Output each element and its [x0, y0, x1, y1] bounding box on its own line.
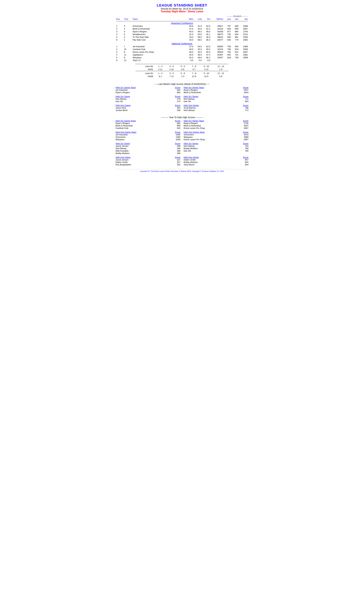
score-value: 965 [177, 122, 180, 124]
score-row: Ryan's Ringers2557 [184, 89, 248, 91]
ytd-title: ---------- Year To Date High Scores ----… [116, 116, 248, 119]
score-row: Waupaca2989 [184, 136, 248, 138]
lane-value: 1 - 2 [155, 72, 166, 75]
score-value: 919 [177, 127, 180, 129]
score-col-title: High Scr SeriesScore [184, 142, 248, 145]
col-ser: Ser [239, 18, 248, 21]
right-score-col: High Hcp SeriesScoreDalton Smith857Bobby… [184, 156, 248, 166]
score-row: Dan Ott693 [184, 100, 248, 102]
score-col-title: High Hcp SeriesScore [184, 104, 248, 107]
table-row: 411Applejack's43.048.047.325467653731208… [116, 53, 248, 56]
score-col-title: High Hcp GameScore [116, 156, 180, 159]
score-value: 324 [177, 163, 180, 166]
score-value: 693 [245, 100, 248, 102]
score-name: Jacob Jensen [116, 159, 129, 161]
lane-value: 12 9 [188, 75, 200, 78]
score-name: Schooners [184, 133, 194, 136]
score-row: Ryan's Ringers965 [116, 122, 180, 124]
score-row: Dan Ott270 [116, 100, 180, 102]
score-row: Jacob Jensen299 [116, 145, 180, 147]
score-name: Dome Lanes Pro Shop [184, 138, 205, 141]
score-value: 270 [177, 100, 180, 102]
lane-value: 3 - 4 [166, 72, 177, 75]
score-row: Ryan's Ringers900 [116, 91, 180, 94]
lane-value: 10 5 [200, 75, 213, 78]
score-value: 1060 [176, 138, 180, 141]
score-value: 299 [177, 147, 180, 150]
score-col-title: High Scr Game-TeamScore [116, 86, 180, 89]
score-name: Waupaca [184, 136, 192, 138]
score-name: Schooners [116, 136, 126, 138]
score-row: Dan Ott765 [184, 150, 248, 152]
table-row: 34Ryan's Ringers45.046.049.5342088779652… [116, 30, 248, 33]
right-score-col: High Scr SeriesScoreNick Belsey772Dan Ot… [184, 95, 248, 102]
league-name: Tuesday Night Mens - Dome Lanes [116, 10, 248, 13]
score-col-title: High Hcp GameScore [116, 104, 180, 107]
right-score-col: High Scr Series-TeamScoreRyan's Ringers2… [184, 120, 248, 129]
score-value: 1065 [176, 136, 180, 138]
conf-header: American Conference [116, 22, 248, 25]
score-value: 772 [245, 109, 248, 112]
score-value: 304 [177, 107, 180, 109]
score-row: Bobby Mulhern844 [184, 161, 248, 163]
table-row: 15Schooners50.041.054.9299177678902488 [116, 25, 248, 27]
lane-value: 5 - 6 [177, 72, 188, 75]
score-name: Jacob Jensen [116, 145, 129, 147]
col-pct: Pct [202, 18, 211, 21]
score-row: Nick Belsey772 [184, 98, 248, 100]
col-lost: Lost [194, 18, 202, 21]
score-row: Nick Belsey772 [184, 109, 248, 112]
score-name: Dan Ott [184, 150, 191, 152]
left-score-col: High Hcp GameScoreJason Notz304Jordan Be… [116, 104, 180, 112]
score-col-title: High Scr Series-TeamScore [184, 86, 248, 89]
score-value: 288 [177, 150, 180, 152]
right-score-col: High Scr Series-TeamScoreRyan's Ringers2… [184, 86, 248, 94]
score-value: 772 [245, 98, 248, 100]
score-col-title: High Hcp Game-TeamScore [116, 131, 180, 133]
footer: Licensed To: The Dome Lanes Perfect Secr… [116, 169, 248, 172]
right-score-col: High Hcp SeriesScoreScott Barnes788Nick … [184, 104, 248, 112]
lane-label: Lane No [136, 65, 155, 68]
score-row: Scott Barnes788 [184, 107, 248, 109]
table-row: 61Flip Side Coin33.058.036.3245776307742… [116, 39, 248, 41]
score-name: Dalton Smith [116, 161, 128, 163]
score-row: Schooners1065 [116, 136, 180, 138]
lane-value: 7 11 [166, 75, 177, 78]
lane-value: 8 1 [155, 75, 166, 78]
score-name: Joey Ebsch [184, 163, 195, 166]
score-row: Dalton Smith327 [116, 161, 180, 163]
score-row: Jet Industrial1085 [116, 133, 180, 136]
score-row: Roy Bergsbaken324 [116, 163, 180, 166]
score-name: Ryan's Ringers [116, 91, 130, 94]
score-row: Bobby Mulhern769 [184, 147, 248, 150]
score-name: Nick Belsey [184, 145, 195, 147]
lane-value: 9 - 10 [200, 65, 213, 68]
lane-label: Lane No [136, 72, 155, 75]
left-score-col: High Scr GameScoreJacob Jensen299Nick Be… [116, 142, 180, 155]
table-row: 46Windjammers41.050.045.1286737358342313 [116, 33, 248, 36]
score-value: 793 [245, 145, 248, 147]
score-row: Nick Belsey793 [184, 145, 248, 147]
score-value: 2745 [244, 122, 248, 124]
score-name: Nick Belsey [116, 147, 127, 150]
score-value: 900 [177, 91, 180, 94]
score-name: Nick Belsey [184, 109, 195, 112]
table-row: 39Dome Lanes Pro Shop46.045.050.53091879… [116, 51, 248, 53]
score-value: 298 [177, 109, 180, 112]
score-row: Schooners3019 [184, 133, 248, 136]
score-name: Dome Lanes Pro Shop [184, 127, 205, 129]
score-row: Bobby Mulhern288 [116, 152, 180, 155]
lane-value: 6 8 [177, 68, 188, 71]
score-value: 857 [245, 159, 248, 161]
score-name: Ryan's Ringers [184, 89, 198, 91]
left-score-col: High Hcp Game-TeamScoreJet Industrial108… [116, 131, 180, 141]
lane-value: 1 - 2 [155, 65, 166, 68]
table-row: 612Team 120.00.00.0 [116, 59, 248, 62]
score-name: Nick Belsey [116, 98, 127, 100]
score-row: Dome Lanes Pro Shop2667 [184, 127, 248, 129]
lane-value: 5 - 6 [177, 65, 188, 68]
lane-label: 04/09 [136, 75, 155, 78]
table-row: 53To The East Side33.058.036.32691569086… [116, 36, 248, 39]
score-value: 765 [245, 150, 248, 152]
left-score-col: High Scr Game-TeamScoreJet Industrial904… [116, 86, 180, 94]
